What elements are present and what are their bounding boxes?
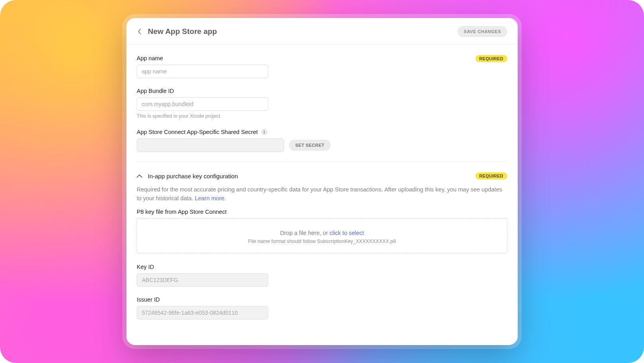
page-title: New App Store app xyxy=(148,27,217,36)
bundle-id-input[interactable] xyxy=(137,97,268,111)
section-header: In-app purchase key configuration REQUIR… xyxy=(137,172,507,180)
field-app-name: App name REQUIRED xyxy=(137,55,507,78)
section-divider xyxy=(137,162,507,162)
key-id-input[interactable] xyxy=(137,273,268,287)
card-header: New App Store app SAVE CHANGES xyxy=(126,18,518,45)
p8-label: P8 key file from App Store Connect xyxy=(137,209,507,215)
app-name-label: App name xyxy=(137,55,163,61)
back-button[interactable] xyxy=(135,27,144,36)
section-description: Required for the most accurate pricing a… xyxy=(137,185,507,203)
dropzone-format-hint: File name format should follow Subscript… xyxy=(141,239,503,244)
bundle-id-helper: This is specified in your Xcode project xyxy=(137,113,507,119)
chevron-left-icon xyxy=(137,29,142,34)
info-icon[interactable]: i xyxy=(261,129,267,135)
required-badge: REQUIRED xyxy=(475,172,507,180)
form-card: New App Store app SAVE CHANGES App name … xyxy=(126,18,518,345)
issuer-id-label: Issuer ID xyxy=(137,296,507,303)
issuer-id-input[interactable] xyxy=(137,306,268,320)
shared-secret-label: App Store Connect App-Specific Shared Se… xyxy=(137,129,258,135)
key-id-label: Key ID xyxy=(137,264,507,270)
save-changes-button[interactable]: SAVE CHANGES xyxy=(457,26,507,37)
click-to-select-link[interactable]: click to select xyxy=(330,230,364,236)
bundle-id-label: App Bundle ID xyxy=(137,88,507,94)
app-name-input[interactable] xyxy=(137,65,268,78)
set-secret-button[interactable]: SET SECRET xyxy=(289,140,331,151)
required-badge: REQUIRED xyxy=(475,55,507,62)
p8-dropzone[interactable]: Drop a file here, or click to select Fil… xyxy=(137,218,507,253)
collapse-toggle[interactable] xyxy=(137,174,142,178)
field-bundle-id: App Bundle ID This is specified in your … xyxy=(137,88,507,119)
dropzone-text: Drop a file here, or click to select xyxy=(141,230,503,236)
learn-more-link[interactable]: Learn more. xyxy=(195,195,226,201)
gradient-background: New App Store app SAVE CHANGES App name … xyxy=(0,0,644,363)
section-title: In-app purchase key configuration xyxy=(148,173,238,180)
form-content: App name REQUIRED App Bundle ID This is … xyxy=(126,45,518,345)
field-shared-secret: App Store Connect App-Specific Shared Se… xyxy=(137,128,507,152)
chevron-up-icon xyxy=(137,174,142,178)
shared-secret-input[interactable] xyxy=(137,138,284,152)
field-issuer-id: Issuer ID xyxy=(137,296,507,320)
field-key-id: Key ID xyxy=(137,264,507,287)
